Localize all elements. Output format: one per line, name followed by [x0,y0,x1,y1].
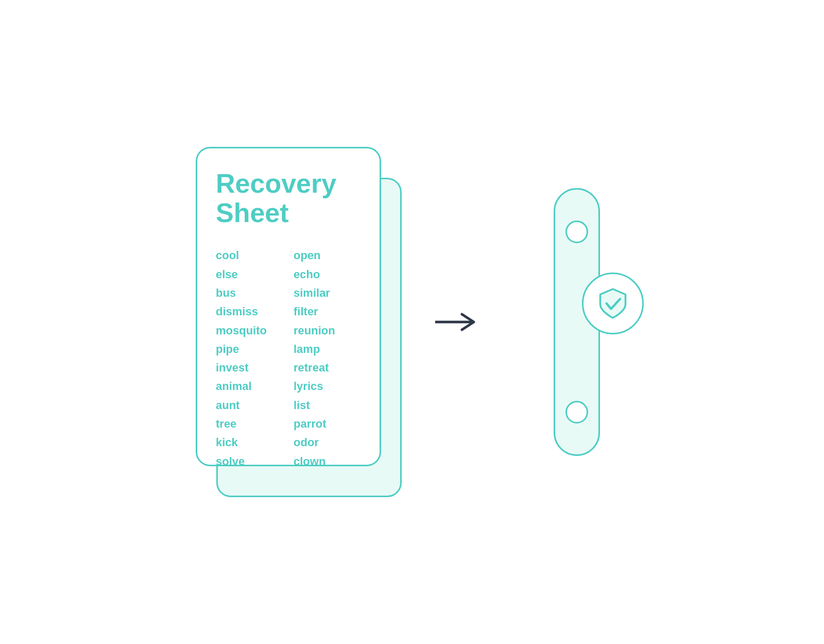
arrow-icon [435,307,482,337]
card-title-line2: Sheet [216,198,289,228]
card-title: Recovery Sheet [216,169,361,228]
word-item: clown [294,452,361,471]
word-item: else [216,265,283,284]
word-item: list [294,396,361,415]
device-container [525,167,628,477]
word-item: bus [216,284,283,302]
word-item: dismiss [216,302,283,321]
card-stack: Recovery Sheet coolelsebusdismissmosquit… [196,147,391,497]
word-grid: coolelsebusdismissmosquitopipeinvestanim… [216,246,361,471]
usb-hole-top [565,221,588,243]
word-item: pipe [216,340,283,359]
word-item: odor [294,433,361,452]
word-item: lamp [294,340,361,359]
word-item: echo [294,265,361,284]
word-item: filter [294,302,361,321]
word-item: parrot [294,415,361,433]
word-item: solve [216,452,283,471]
word-item: lyrics [294,377,361,396]
word-item: kick [216,433,283,452]
word-col1: coolelsebusdismissmosquitopipeinvestanim… [216,246,283,471]
word-item: tree [216,415,283,433]
word-item: mosquito [216,321,283,340]
word-item: animal [216,377,283,396]
card-front: Recovery Sheet coolelsebusdismissmosquit… [196,147,381,466]
scene: Recovery Sheet coolelsebusdismissmosquit… [0,0,824,644]
shield-badge [582,273,644,334]
word-item: aunt [216,396,283,415]
word-item: cool [216,246,283,265]
word-item: similar [294,284,361,302]
card-title-line1: Recovery [216,168,336,198]
arrow-container [433,307,484,337]
word-item: retreat [294,359,361,377]
word-item: invest [216,359,283,377]
word-item: open [294,246,361,265]
word-col2: openechosimilarfilterreunionlampretreatl… [294,246,361,471]
usb-hole-bottom [565,401,588,423]
word-item: reunion [294,321,361,340]
